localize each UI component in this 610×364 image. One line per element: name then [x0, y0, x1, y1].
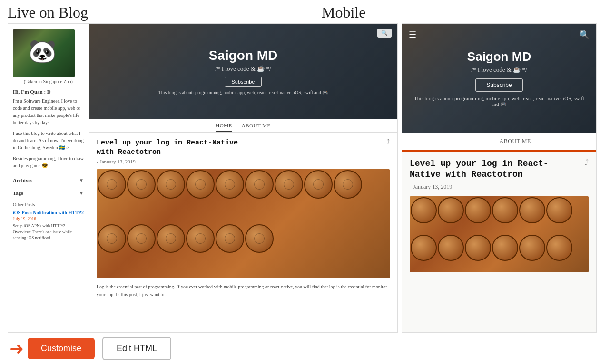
blog-tagline: This blog is about: programming, mobile … — [158, 90, 328, 95]
mobile-log-7 — [411, 235, 437, 261]
mobile-log-11 — [519, 235, 545, 261]
archives-chevron: ▼ — [79, 178, 84, 183]
mobile-nav-home[interactable]: HOME — [467, 138, 485, 150]
sidebar-bio-3: Besides programming, I love to draw and … — [13, 155, 84, 169]
mobile-post-date: - January 13, 2019 — [410, 183, 589, 191]
log-15 — [245, 224, 274, 253]
mobile-log-4 — [492, 197, 518, 223]
archives-label: Archives — [13, 177, 32, 183]
post-title: Level up your log in React-Native with R… — [97, 138, 258, 157]
mobile-log-3 — [465, 197, 491, 223]
mobile-log-10 — [492, 235, 518, 261]
log-13 — [186, 224, 215, 253]
live-on-blog-label: Live on Blog — [8, 4, 312, 21]
desktop-preview: (Taken in Singapore Zoo) Hi, I'm Quan : … — [8, 23, 398, 333]
mobile-blog-title: Saigon MD — [467, 49, 531, 64]
hamburger-icon[interactable]: ☰ — [409, 29, 416, 40]
blog-main-content: 🔍 Saigon MD /* I love code & ☕ */ Subscr… — [89, 24, 397, 332]
subscribe-button[interactable]: Subscribe — [225, 77, 262, 87]
panda-image — [13, 29, 75, 77]
edit-html-button[interactable]: Edit HTML — [102, 337, 171, 360]
sidebar-post-date: July 19, 2016 — [13, 216, 84, 221]
mobile-blog-tagline: This blog is about: programming, mobile … — [412, 96, 587, 107]
log-1 — [98, 170, 126, 199]
sidebar-caption: (Taken in Singapore Zoo) — [13, 79, 84, 84]
other-posts-label: Other Posts — [13, 202, 84, 207]
log-6 — [245, 170, 274, 199]
nav-item-about[interactable]: ABOUT ME — [242, 123, 271, 132]
log-3 — [157, 170, 185, 199]
log-7 — [275, 170, 303, 199]
mobile-log-2 — [438, 197, 464, 223]
blog-post: Level up your log in React-Native with R… — [89, 133, 397, 332]
sidebar-greeting: Hi, I'm Quan : D — [13, 89, 84, 95]
nav-item-home[interactable]: HOME — [216, 123, 232, 132]
tags-section[interactable]: Tags ▼ — [13, 190, 84, 196]
blog-subtitle: /* I love code & ☕ */ — [215, 65, 271, 73]
sidebar-bio-2: I use this blog to write about what I do… — [13, 130, 84, 151]
mobile-log-1 — [411, 197, 437, 223]
blog-nav: HOME ABOUT ME — [89, 119, 397, 133]
mobile-blog-subtitle: /* I love code & ☕ */ — [471, 66, 527, 74]
tags-chevron: ▼ — [79, 191, 84, 196]
mobile-label: Mobile — [312, 4, 602, 21]
mobile-log-6 — [546, 197, 572, 223]
mobile-log-9 — [465, 235, 491, 261]
header-search-icon[interactable]: 🔍 — [377, 29, 392, 38]
log-2 — [127, 170, 156, 199]
log-4 — [186, 170, 215, 199]
sidebar-bio-1: I'm a Software Engineer. I love to code … — [13, 97, 84, 126]
blog-header: 🔍 Saigon MD /* I love code & ☕ */ Subscr… — [89, 24, 397, 119]
mobile-share-icon[interactable]: ⤴ — [585, 158, 589, 167]
post-date: - January 13, 2019 — [97, 159, 390, 164]
log-8 — [304, 170, 333, 199]
mobile-nav: HOME ABOUT ME — [402, 133, 596, 150]
post-image — [97, 169, 390, 278]
log-14 — [216, 224, 244, 253]
log-5 — [216, 170, 244, 199]
customise-button[interactable]: Customise — [28, 338, 95, 359]
log-11 — [127, 224, 156, 253]
mobile-nav-about[interactable]: ABOUT ME — [500, 138, 531, 150]
arrow-icon: ➜ — [10, 339, 24, 359]
mobile-log-8 — [438, 235, 464, 261]
mobile-header: ☰ 🔍 Saigon MD /* I love code & ☕ */ Subs… — [402, 24, 596, 133]
blog-title: Saigon MD — [209, 48, 278, 63]
sidebar-post-excerpt: Setup iOS APNs with HTTP/2 Overview: The… — [13, 223, 84, 241]
bottom-bar: ➜ Customise Edit HTML — [0, 333, 610, 364]
mobile-preview: ☰ 🔍 Saigon MD /* I love code & ☕ */ Subs… — [402, 23, 597, 333]
mobile-log-5 — [519, 197, 545, 223]
archives-section[interactable]: Archives ▼ — [13, 177, 84, 183]
mobile-post: Level up your log in React-Native with R… — [402, 150, 596, 332]
log-9 — [334, 170, 362, 199]
post-excerpt: Log is the essential part of programming… — [97, 283, 390, 298]
blog-sidebar: (Taken in Singapore Zoo) Hi, I'm Quan : … — [8, 24, 89, 332]
post-share-icon[interactable]: ⤴ — [386, 138, 390, 146]
mobile-search-icon[interactable]: 🔍 — [579, 29, 590, 40]
mobile-log-12 — [546, 235, 572, 261]
log-12 — [157, 224, 185, 253]
log-10 — [98, 224, 126, 253]
mobile-post-title: Level up your log in React-Native with R… — [410, 158, 552, 181]
tags-label: Tags — [13, 190, 23, 196]
mobile-post-image — [410, 196, 589, 272]
mobile-subscribe-button[interactable]: Subscribe — [475, 78, 522, 92]
sidebar-post-link[interactable]: iOS Push Notification with HTTP2 — [13, 210, 84, 215]
